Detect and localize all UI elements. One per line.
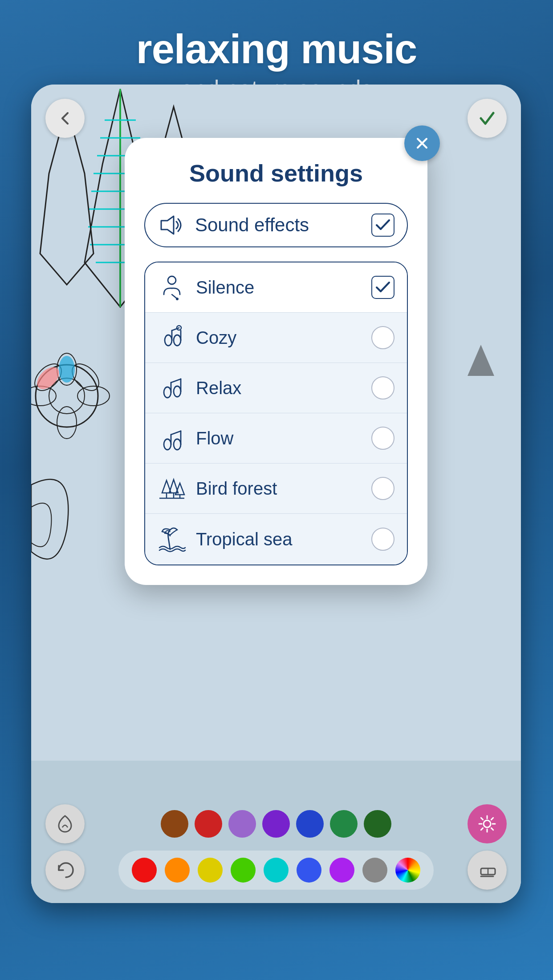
sound-effects-toggle[interactable]: Sound effects <box>144 203 408 247</box>
music-option-relax[interactable]: Relax <box>145 363 407 413</box>
relax-label: Relax <box>196 378 362 398</box>
dialog-title: Sound settings <box>144 159 408 187</box>
music-option-cozy[interactable]: Cozy <box>145 313 407 363</box>
bird-forest-icon <box>158 475 186 502</box>
relax-checkbox[interactable] <box>371 376 394 399</box>
svg-point-39 <box>164 439 171 450</box>
music-option-tropical-sea[interactable]: Tropical sea <box>145 514 407 565</box>
relax-icon <box>158 375 186 401</box>
sound-effects-label: Sound effects <box>195 214 362 236</box>
cozy-icon <box>158 324 186 351</box>
cozy-checkbox[interactable] <box>371 326 394 349</box>
close-dialog-button[interactable] <box>404 125 440 161</box>
sound-settings-card: Sound settings Sound effects <box>125 138 427 585</box>
bird-forest-checkbox[interactable] <box>371 477 394 500</box>
tropical-sea-label: Tropical sea <box>196 529 362 549</box>
sound-effects-checkbox[interactable] <box>371 214 394 237</box>
svg-point-37 <box>164 387 171 398</box>
flow-checkbox[interactable] <box>371 427 394 450</box>
silence-icon <box>158 274 186 301</box>
bird-forest-label: Bird forest <box>196 479 362 499</box>
music-options-list: Silence <box>144 262 408 565</box>
app-frame: Sound settings Sound effects <box>31 85 521 903</box>
flow-label: Flow <box>196 428 362 448</box>
flow-icon <box>158 425 186 452</box>
sound-effects-icon <box>158 214 186 237</box>
tropical-sea-checkbox[interactable] <box>371 528 394 551</box>
sound-settings-overlay: Sound settings Sound effects <box>31 85 521 903</box>
svg-point-40 <box>174 439 181 450</box>
silence-checkbox[interactable] <box>371 276 394 299</box>
svg-line-32 <box>172 294 176 298</box>
tropical-sea-icon <box>158 525 186 553</box>
svg-point-35 <box>174 335 181 346</box>
svg-marker-30 <box>161 216 174 234</box>
svg-point-38 <box>174 386 181 397</box>
music-option-bird-forest[interactable]: Bird forest <box>145 464 407 514</box>
cozy-label: Cozy <box>196 328 362 348</box>
svg-point-33 <box>176 298 179 300</box>
svg-point-34 <box>165 335 172 346</box>
header-title: relaxing music <box>18 27 535 72</box>
music-option-silence[interactable]: Silence <box>145 262 407 313</box>
svg-point-31 <box>168 276 176 284</box>
page-background: relaxing music and nature sounds <box>0 0 553 120</box>
music-option-flow[interactable]: Flow <box>145 413 407 464</box>
silence-label: Silence <box>196 278 362 298</box>
